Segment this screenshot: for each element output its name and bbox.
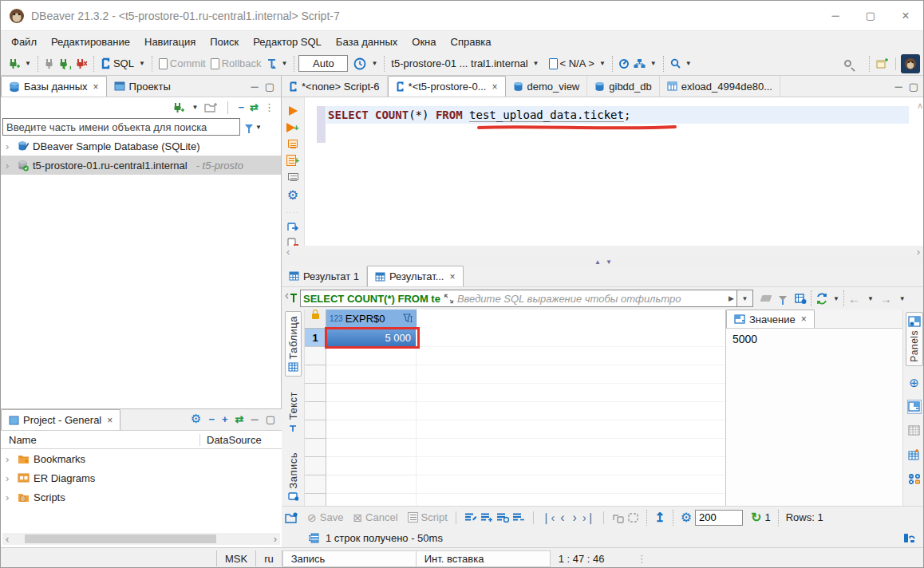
menu-file[interactable]: Файл: [4, 34, 44, 50]
nav-forward-button[interactable]: → ▼: [880, 292, 906, 306]
dropdown-icon[interactable]: ▼: [685, 60, 692, 67]
duplicate-row-icon[interactable]: [496, 512, 509, 523]
close-icon[interactable]: ×: [492, 81, 497, 93]
new-folder-icon[interactable]: [204, 102, 217, 112]
column-header-expr0[interactable]: 123 EXPR$0: [326, 310, 417, 329]
new-connection-icon[interactable]: [172, 102, 184, 113]
export-result-icon[interactable]: [285, 512, 298, 523]
scroll-left-icon[interactable]: ‹: [2, 533, 12, 545]
tab-project-general[interactable]: Project - General ×: [1, 409, 120, 430]
window-maximize-button[interactable]: ▢: [853, 1, 888, 31]
script-button[interactable]: Script: [408, 511, 448, 523]
execute-script-icon[interactable]: [288, 140, 298, 148]
fetch-size-input[interactable]: [695, 510, 743, 526]
chevron-right-icon[interactable]: ›: [6, 491, 14, 503]
project-item-scripts[interactable]: › Scripts: [1, 487, 282, 507]
fetch-all-icon[interactable]: [627, 512, 639, 523]
dropdown-icon[interactable]: ▼: [139, 60, 145, 67]
execute-new-tab-icon[interactable]: +: [286, 123, 298, 132]
menu-window[interactable]: Окна: [405, 34, 443, 50]
grid-row-1[interactable]: 1 5 000: [305, 329, 725, 347]
chevron-right-icon[interactable]: ›: [6, 453, 14, 465]
menu-navigation[interactable]: Навигация: [137, 34, 203, 50]
export-data-button[interactable]: ↥: [654, 510, 665, 525]
menu-database[interactable]: База данных: [329, 34, 405, 50]
metadata-panel-icon[interactable]: [907, 424, 922, 438]
scroll-right-icon[interactable]: ›: [270, 533, 280, 545]
editor-settings-gear-icon[interactable]: ⚙: [287, 187, 298, 203]
tab-t5-prostore-script[interactable]: *<t5-prostore-0... ×: [388, 76, 506, 97]
menu-help[interactable]: Справка: [444, 34, 499, 50]
prev-page-button[interactable]: ‹: [558, 511, 567, 525]
tab-demo-view[interactable]: demo_view: [506, 76, 588, 97]
transaction-log-button[interactable]: ▼: [264, 57, 290, 71]
window-close-button[interactable]: ×: [888, 1, 923, 31]
dropdown-icon[interactable]: ▼: [192, 104, 199, 111]
rollback-button[interactable]: Rollback: [208, 56, 264, 71]
schema-selector[interactable]: < N/A > ▼: [547, 56, 608, 71]
panel-minimize-icon[interactable]: ─: [251, 81, 258, 93]
dropdown-icon[interactable]: ▼: [867, 295, 874, 302]
dropdown-icon[interactable]: ▼: [282, 60, 288, 67]
commit-button[interactable]: Commit: [156, 56, 208, 71]
tab-gibdd-db[interactable]: gibdd_db: [587, 76, 660, 97]
tab-exload[interactable]: exload_4994de80...: [660, 76, 780, 97]
dropdown-icon[interactable]: ▼: [371, 60, 377, 67]
close-icon[interactable]: ×: [107, 415, 113, 426]
link-with-editor-icon[interactable]: ⇄: [250, 101, 259, 113]
tab-projects[interactable]: Проекты: [107, 76, 178, 97]
column-header-name[interactable]: Name: [1, 434, 200, 446]
panel-maximize-icon[interactable]: ▢: [909, 81, 918, 93]
sql-editor[interactable]: + + ⚙ ···· SELECT COUNT(*) FROM test_upl…: [282, 97, 924, 246]
view-tab-record[interactable]: Запись: [286, 448, 301, 506]
expand-filter-icon[interactable]: [444, 294, 454, 304]
project-horizontal-scrollbar[interactable]: ‹ ›: [2, 533, 280, 545]
menu-edit[interactable]: Редактирование: [44, 34, 137, 50]
grid-corner-cell[interactable]: [305, 310, 326, 329]
auto-refresh-icon[interactable]: ↻: [751, 510, 761, 525]
er-diagram-button[interactable]: ▼: [631, 57, 659, 70]
view-menu-icon[interactable]: ⋮: [264, 101, 274, 113]
link-with-editor-icon[interactable]: ⇄: [235, 413, 244, 425]
new-connection-button[interactable]: ▼: [6, 57, 34, 71]
collapse-all-icon[interactable]: −: [208, 413, 215, 425]
nav-back-button[interactable]: ← ▼: [848, 292, 874, 306]
close-icon[interactable]: ×: [93, 81, 99, 93]
dropdown-icon[interactable]: ▼: [255, 124, 262, 131]
project-item-er-diagrams[interactable]: › ER Diagrams: [1, 468, 282, 487]
explain-plan-icon[interactable]: [288, 173, 298, 180]
splitter-up-icon[interactable]: ▲: [594, 258, 601, 266]
settings-gear-icon[interactable]: ⚙: [191, 412, 201, 426]
grouping-panel-icon[interactable]: ⊕: [907, 376, 922, 390]
log-icon[interactable]: [287, 238, 298, 246]
dropdown-icon[interactable]: ▼: [533, 60, 539, 67]
view-tab-text[interactable]: Текст: [286, 388, 301, 436]
output-icon[interactable]: [287, 223, 298, 230]
value-cell-selected[interactable]: 5 000: [326, 329, 417, 347]
dropdown-icon[interactable]: ▼: [25, 60, 31, 67]
result-grid[interactable]: 123 EXPR$0 1 5 000: [305, 310, 725, 506]
grid-config-gear-icon[interactable]: ⚙: [681, 510, 692, 525]
chevron-right-icon[interactable]: ›: [6, 472, 14, 484]
column-filter-sort-icon[interactable]: [403, 314, 413, 324]
tab-result-2[interactable]: Результат... ×: [367, 266, 464, 286]
scrollbar-thumb[interactable]: [25, 534, 216, 543]
tab-result-1[interactable]: Результат 1: [282, 266, 367, 286]
connection-selector[interactable]: t5-prostore-01 ... tral1.internal ▼: [389, 56, 541, 71]
quick-search-button[interactable]: ▼: [668, 57, 694, 70]
close-icon[interactable]: ×: [450, 271, 456, 282]
dropdown-icon[interactable]: ▼: [833, 295, 839, 302]
editor-horizontal-scrollbar[interactable]: ‹ ›: [282, 246, 924, 257]
connect-button[interactable]: [42, 57, 57, 71]
panel-maximize-icon[interactable]: ▢: [265, 81, 274, 93]
save-button[interactable]: ⊘ Save: [307, 511, 343, 524]
language-indicator[interactable]: ru: [256, 550, 282, 566]
edit-row-icon[interactable]: [464, 512, 477, 523]
dashboard-button[interactable]: [617, 57, 631, 70]
memory-monitor-icon[interactable]: [902, 532, 915, 543]
dropdown-icon[interactable]: ▼: [899, 295, 906, 302]
menu-search[interactable]: Поиск: [203, 34, 246, 50]
first-page-button[interactable]: ❘‹: [542, 511, 555, 524]
sql-editor-button[interactable]: SQL ▼: [98, 56, 148, 71]
object-search-input[interactable]: [2, 118, 240, 136]
